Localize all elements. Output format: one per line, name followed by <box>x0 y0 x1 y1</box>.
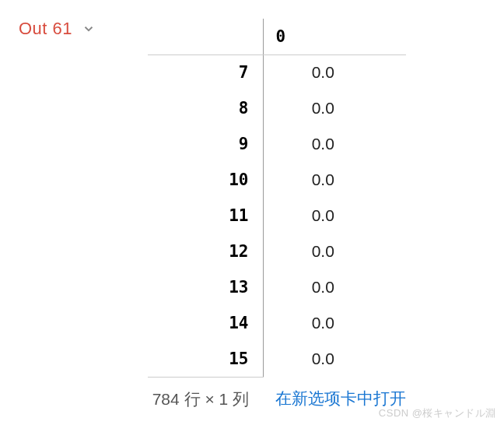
cell-value: 0.0 <box>263 90 406 126</box>
table-row: 8 0.0 <box>148 90 406 126</box>
cell-value: 0.0 <box>263 305 406 341</box>
output-label-area[interactable]: Out 61 <box>0 19 148 410</box>
cell-value: 0.0 <box>263 162 406 198</box>
row-index[interactable]: 11 <box>148 198 263 234</box>
table-row: 10 0.0 <box>148 162 406 198</box>
row-index[interactable]: 14 <box>148 305 263 341</box>
shape-info: 784 行 × 1 列 <box>148 377 263 410</box>
table-row: 7 0.0 <box>148 54 406 90</box>
cell-value: 0.0 <box>263 126 406 162</box>
table-row: 12 0.0 <box>148 234 406 269</box>
cell-value: 0.0 <box>263 234 406 269</box>
row-index[interactable]: 7 <box>148 54 263 90</box>
column-header[interactable]: 0 <box>263 19 406 54</box>
open-new-tab-link[interactable]: 在新选项卡中打开 <box>263 377 406 410</box>
table-row: 9 0.0 <box>148 126 406 162</box>
cell-value: 0.0 <box>263 269 406 305</box>
row-index[interactable]: 12 <box>148 234 263 269</box>
dataframe-table: 0 7 0.0 8 0.0 9 0.0 10 0.0 <box>148 19 406 410</box>
cell-value: 0.0 <box>263 54 406 90</box>
table-row: 15 0.0 <box>148 341 406 377</box>
cell-value: 0.0 <box>263 341 406 377</box>
row-index[interactable]: 15 <box>148 341 263 377</box>
row-index[interactable]: 9 <box>148 126 263 162</box>
row-index[interactable]: 8 <box>148 90 263 126</box>
table-footer: 784 行 × 1 列 在新选项卡中打开 <box>148 377 406 410</box>
dataframe-viewer: 0 7 0.0 8 0.0 9 0.0 10 0.0 <box>148 19 406 410</box>
cell-value: 0.0 <box>263 198 406 234</box>
watermark: CSDN @桜キャンドル淵 <box>379 406 496 420</box>
table-row: 11 0.0 <box>148 198 406 234</box>
table-row: 14 0.0 <box>148 305 406 341</box>
table-corner <box>148 19 263 54</box>
output-label: Out 61 <box>19 19 72 39</box>
table-row: 13 0.0 <box>148 269 406 305</box>
row-index[interactable]: 13 <box>148 269 263 305</box>
row-index[interactable]: 10 <box>148 162 263 198</box>
chevron-down-icon[interactable] <box>82 22 96 40</box>
